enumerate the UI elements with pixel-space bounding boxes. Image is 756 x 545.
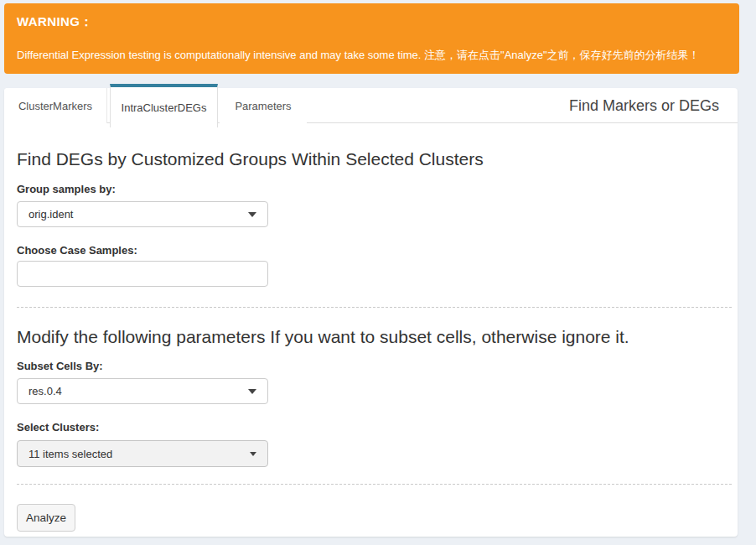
section-divider [17,484,732,485]
chevron-down-icon [250,452,256,456]
tab-intraclusterdegs-label: IntraClusterDEGs [122,101,207,114]
deg-section-heading: Find DEGs by Customized Groups Within Se… [17,148,725,170]
warning-banner: WARNING： Differential Expression testing… [4,3,739,74]
tab-clustermarkers[interactable]: ClusterMarkers [4,88,107,123]
section-divider [17,307,732,308]
case-samples-input[interactable] [17,261,268,287]
chevron-down-icon [248,212,256,217]
tab-box: ClusterMarkers IntraClusterDEGs Paramete… [4,88,738,537]
chevron-down-icon [248,389,256,394]
tab-intraclusterdegs[interactable]: IntraClusterDEGs [110,84,218,127]
subset-cells-select[interactable]: res.0.4 [17,378,268,404]
tab-content: Find DEGs by Customized Groups Within Se… [4,148,738,532]
group-samples-select[interactable]: orig.ident [17,201,268,227]
select-clusters-dropdown[interactable]: 11 items selected [17,440,268,467]
warning-message: Differential Expression testing is compu… [17,48,727,63]
case-samples-label: Choose Case Samples: [17,244,725,257]
analyze-button[interactable]: Analyze [17,504,75,532]
tab-clustermarkers-label: ClusterMarkers [18,100,92,112]
group-samples-select-value: orig.ident [28,208,73,221]
subset-cells-select-value: res.0.4 [28,385,62,397]
subset-section-heading: Modify the following parameters If you w… [17,326,725,348]
tab-bar: ClusterMarkers IntraClusterDEGs Paramete… [4,88,738,123]
tab-parameters[interactable]: Parameters [220,88,307,123]
tab-box-title: Find Markers or DEGs [569,88,738,123]
select-clusters-label: Select Clusters: [17,421,725,434]
select-clusters-dropdown-value: 11 items selected [28,448,112,460]
tab-parameters-label: Parameters [235,100,291,112]
subset-cells-label: Subset Cells By: [17,360,725,373]
group-samples-label: Group samples by: [17,183,725,196]
warning-title: WARNING： [17,14,727,30]
